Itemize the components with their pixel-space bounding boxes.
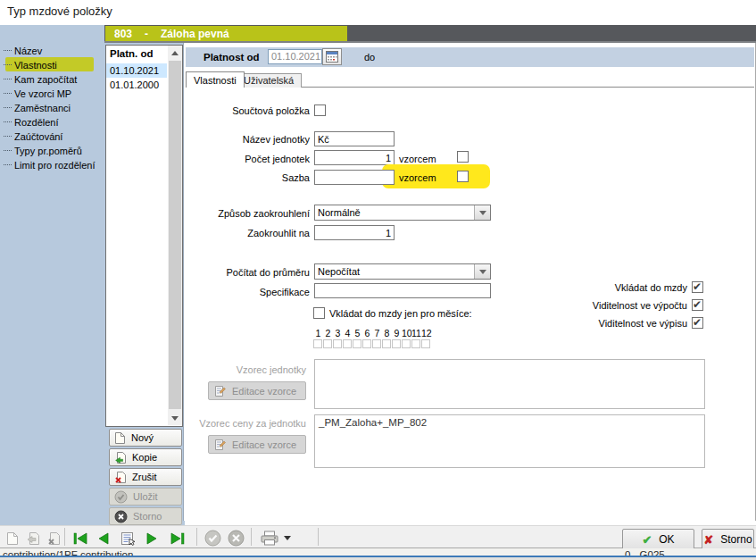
month-checkbox[interactable] [353,339,361,348]
nav-first-button[interactable] [71,531,89,546]
unit-count-formula-checkbox[interactable] [457,151,469,163]
price-formula-textarea[interactable]: _PM_Zaloha+_MP_802 [314,414,705,468]
sum-item-checkbox[interactable] [314,104,326,116]
months-only-checkbox[interactable] [313,307,325,319]
month-number: 10 [402,328,411,339]
month-numbers-row: 123456789101112 [313,328,431,339]
window-title: Typ mzdové položky [7,4,112,18]
sidebar-item-ve-vzorci-mp[interactable]: Ve vzorci MP [4,87,71,100]
toolbar-separator [318,528,319,546]
month-checkbox[interactable] [402,339,411,348]
tree-branch-icon [4,150,12,151]
month-checkboxes-row [313,339,430,348]
sidebar-item-rozdeleni[interactable]: Rozdělení [4,115,59,129]
new-button-label: Nový [131,432,154,443]
month-checkbox[interactable] [372,339,381,348]
unit-formula-label: Vzorec jednotky [237,364,306,375]
toolbar-save-button[interactable] [204,531,221,546]
edit-unit-formula-button[interactable]: Editace vzorce [208,381,306,400]
visible-in-report-checkbox[interactable] [692,317,703,329]
tab-vlastnosti[interactable]: Vlastnosti [186,71,245,88]
copy-button[interactable]: Kopie [109,448,182,466]
toolbar-new-button[interactable] [4,531,21,546]
record-dash: - [145,28,148,40]
new-page-icon [114,431,126,445]
sidebar-item-vlastnosti[interactable]: Vlastnosti [4,58,57,71]
toolbar-cancel-button[interactable] [227,531,245,546]
sidebar-item-zauctovani[interactable]: Zaúčtování [4,130,62,143]
tree-branch-icon [4,121,12,122]
new-button[interactable]: Nový [109,429,182,447]
sidebar-item-limit-pro-rozdeleni[interactable]: Limit pro rozdělení [4,158,96,171]
month-checkbox[interactable] [323,339,332,348]
visible-in-report-label: Viditelnost ve výpisu [599,318,687,329]
ok-button[interactable]: ✔ OK [622,529,694,550]
sidebar-item-label: Typy pr.poměrů [14,146,82,156]
sidebar-item-label: Název [14,46,42,56]
print-dropdown-caret-icon[interactable] [282,531,293,546]
month-checkbox[interactable] [343,339,352,348]
edit-price-formula-button[interactable]: Editace vzorce [208,435,306,454]
scroll-up-icon[interactable] [168,46,182,60]
edit-formula-button-label: Editace vzorce [232,439,296,450]
unit-name-input[interactable] [314,131,395,146]
unit-formula-textarea[interactable] [314,359,705,409]
rate-formula-checkbox[interactable] [457,171,469,182]
unit-name-label: Název jednotky [243,134,310,145]
rate-input[interactable] [314,170,395,185]
month-number: 1 [313,328,323,339]
visible-in-calc-checkbox[interactable] [692,299,703,311]
month-number: 9 [392,328,402,339]
copy-button-label: Kopie [132,452,157,463]
copy-page-icon [27,531,40,546]
calendar-icon [326,51,338,63]
cancel-button[interactable]: Storno [109,507,182,525]
month-checkbox[interactable] [313,339,322,348]
round-to-input[interactable] [314,225,395,240]
chevron-down-icon[interactable] [474,264,490,279]
print-button[interactable] [259,531,280,546]
month-checkbox[interactable] [382,339,391,348]
tab-uzivatelska[interactable]: Uživatelská [236,73,302,88]
scroll-down-icon[interactable] [168,411,182,425]
validity-to-label: do [364,52,375,63]
unit-count-input[interactable] [314,150,395,165]
validity-from-label: Platnost od [204,52,260,63]
nav-next-button[interactable] [143,531,161,546]
delete-button[interactable]: Zrušit [109,468,182,486]
chevron-down-icon[interactable] [474,205,490,220]
delete-button-label: Zrušit [132,472,157,482]
browse-list-button[interactable] [119,531,137,546]
validity-list-scrollbar[interactable] [168,46,182,425]
sidebar-item-zamestnanci[interactable]: Zaměstnanci [4,101,71,114]
save-button[interactable]: Uložit [109,488,182,506]
validity-list-row[interactable]: 01.10.2021 [106,63,167,78]
average-select[interactable]: Nepočítat [314,263,491,280]
rounding-method-select[interactable]: Normálně [314,205,491,221]
month-checkbox[interactable] [411,339,420,348]
record-header-text: 803 - Záloha pevná [114,28,229,40]
storno-button[interactable]: ✘ Storno [702,529,754,550]
cancel-x-icon [228,530,245,547]
rate-label: Sazba [282,172,310,183]
calendar-button[interactable] [322,48,342,65]
validity-list-row[interactable]: 01.01.2000 [106,78,167,92]
month-checkbox[interactable] [421,339,430,348]
sidebar-item-kam-zapocitat[interactable]: Kam započítat [4,72,77,86]
cancel-button-label: Storno [133,511,162,522]
specification-input[interactable] [314,283,491,298]
month-checkbox[interactable] [392,339,401,348]
toolbar-copy-button[interactable] [24,531,42,546]
month-number: 5 [353,328,362,339]
insert-to-wage-checkbox[interactable] [692,281,703,293]
sidebar-item-label: Limit pro rozdělení [14,160,96,171]
nav-prev-button[interactable] [95,531,112,546]
month-checkbox[interactable] [362,339,371,348]
month-checkbox[interactable] [333,339,342,348]
sidebar-item-nazev[interactable]: Název [4,44,42,57]
toolbar-delete-button[interactable] [45,531,62,546]
sidebar-item-typy-pr-pomeru[interactable]: Typy pr.poměrů [4,144,82,157]
nav-last-button[interactable] [169,531,187,546]
scrollbar-thumb[interactable] [169,61,181,409]
specification-label: Specifikace [260,287,310,297]
